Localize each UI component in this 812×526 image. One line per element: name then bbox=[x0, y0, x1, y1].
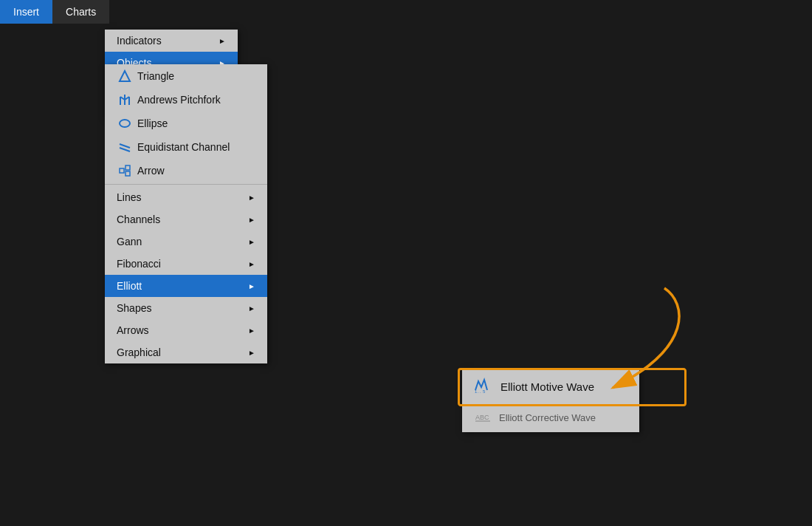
svg-point-6 bbox=[120, 120, 130, 127]
objects-shapes[interactable]: Shapes ► bbox=[105, 297, 267, 319]
fibonacci-arrow: ► bbox=[239, 260, 255, 268]
fibonacci-label: Fibonacci bbox=[117, 258, 161, 270]
svg-text:ABC: ABC bbox=[475, 414, 489, 421]
svg-text:.: . bbox=[480, 389, 481, 394]
svg-marker-0 bbox=[120, 71, 130, 81]
shapes-arrow: ► bbox=[239, 304, 255, 312]
svg-text:5: 5 bbox=[483, 389, 486, 394]
triangle-icon bbox=[117, 69, 133, 83]
elliott-motive-wave[interactable]: 1 . . 5 Elliott Motive Wave bbox=[462, 369, 639, 403]
gann-arrow: ► bbox=[239, 238, 255, 246]
graphical-label: Graphical bbox=[117, 346, 161, 358]
objects-arrow[interactable]: Arrow bbox=[105, 159, 267, 182]
arrow-shapes-icon bbox=[117, 164, 133, 177]
svg-rect-11 bbox=[125, 171, 130, 176]
channels-label: Channels bbox=[117, 214, 160, 225]
arrow-label: Arrow bbox=[137, 165, 165, 177]
objects-gann[interactable]: Gann ► bbox=[105, 230, 267, 253]
indicators-arrow: ► bbox=[210, 37, 226, 45]
objects-andrews-pitchfork[interactable]: Andrews Pitchfork bbox=[105, 88, 267, 112]
elliott-corrective-icon: ABC bbox=[474, 409, 492, 426]
svg-rect-9 bbox=[120, 168, 124, 173]
menu-item-indicators[interactable]: Indicators ► bbox=[105, 30, 238, 52]
elliott-submenu: 1 . . 5 Elliott Motive Wave ABC Elliott … bbox=[462, 369, 639, 432]
elliott-label: Elliott bbox=[117, 280, 142, 292]
channel-icon bbox=[117, 140, 133, 154]
pitchfork-label: Andrews Pitchfork bbox=[137, 94, 221, 106]
elliott-motive-icon: 1 . . 5 bbox=[474, 377, 493, 396]
triangle-label: Triangle bbox=[137, 70, 174, 82]
menu-bar: Insert Charts bbox=[0, 0, 109, 24]
objects-fibonacci[interactable]: Fibonacci ► bbox=[105, 253, 267, 275]
objects-channels[interactable]: Channels ► bbox=[105, 208, 267, 230]
arrows-label: Arrows bbox=[117, 324, 149, 336]
lines-label: Lines bbox=[117, 191, 141, 203]
objects-arrows[interactable]: Arrows ► bbox=[105, 319, 267, 341]
pitchfork-icon bbox=[117, 93, 133, 106]
separator-1 bbox=[105, 184, 267, 185]
menu-charts[interactable]: Charts bbox=[52, 0, 109, 24]
elliott-corrective-label: Elliott Corrective Wave bbox=[499, 412, 596, 423]
ellipse-label: Ellipse bbox=[137, 117, 168, 129]
menu-insert[interactable]: Insert bbox=[0, 0, 52, 24]
objects-lines[interactable]: Lines ► bbox=[105, 186, 267, 208]
svg-line-8 bbox=[120, 148, 130, 151]
gann-label: Gann bbox=[117, 236, 142, 247]
objects-graphical[interactable]: Graphical ► bbox=[105, 341, 267, 363]
objects-equidistant-channel[interactable]: Equidistant Channel bbox=[105, 135, 267, 159]
elliott-motive-label: Elliott Motive Wave bbox=[500, 380, 594, 393]
elliott-arrow: ► bbox=[239, 282, 255, 290]
objects-ellipse[interactable]: Ellipse bbox=[105, 112, 267, 135]
ellipse-icon bbox=[117, 117, 133, 130]
elliott-corrective-wave[interactable]: ABC Elliott Corrective Wave bbox=[462, 403, 639, 432]
arrows-arrow: ► bbox=[239, 327, 255, 335]
lines-arrow: ► bbox=[239, 194, 255, 202]
graphical-arrow: ► bbox=[239, 349, 255, 357]
svg-rect-10 bbox=[125, 165, 130, 170]
objects-submenu: Triangle Andrews Pitchfork Ellipse bbox=[105, 64, 267, 363]
svg-text:.: . bbox=[478, 389, 479, 394]
objects-elliott[interactable]: Elliott ► bbox=[105, 275, 267, 297]
shapes-label: Shapes bbox=[117, 302, 151, 314]
channels-arrow: ► bbox=[239, 216, 255, 224]
objects-triangle[interactable]: Triangle bbox=[105, 64, 267, 88]
indicators-label: Indicators bbox=[117, 35, 162, 47]
svg-line-7 bbox=[120, 144, 130, 148]
channel-label: Equidistant Channel bbox=[137, 141, 230, 153]
